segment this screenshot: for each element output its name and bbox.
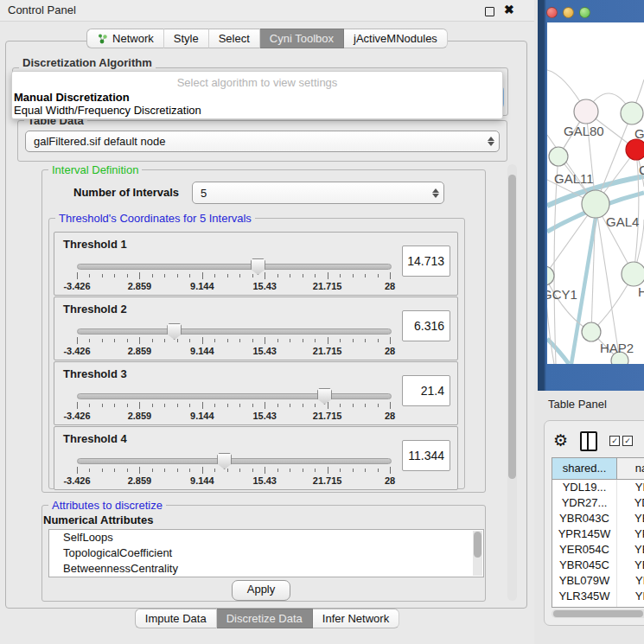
table-cell[interactable]: YBR0 [617, 558, 644, 573]
intervals-combo[interactable]: 5 [192, 182, 444, 204]
panel-scrollbar-thumb[interactable] [508, 175, 516, 479]
table-cell[interactable]: YBL0 [617, 573, 644, 589]
numerical-attributes-list[interactable]: SelfLoopsTopologicalCoefficientBetweenne… [48, 529, 484, 577]
dropdown-option-manual[interactable]: Manual Discretization [14, 91, 130, 104]
table-cell[interactable]: YIL0 [617, 604, 644, 608]
table-cell[interactable]: YER054C [552, 542, 617, 558]
table-row[interactable]: YER054CYER0 [552, 542, 644, 558]
table-cell[interactable]: YPR1 [617, 526, 644, 542]
table-data-combo[interactable]: galFiltered.sif default node [25, 131, 500, 152]
slider-tick-labels: -3.4262.8599.14415.4321.71528 [77, 346, 390, 356]
tick-mark [365, 469, 366, 472]
node-gal11[interactable] [549, 147, 568, 166]
table-hscrollbar[interactable] [552, 609, 644, 618]
table-cell[interactable]: YLR3 [617, 589, 644, 604]
nodes[interactable] [547, 99, 644, 364]
table-cell[interactable]: YDR27... [552, 495, 617, 511]
table-row[interactable]: YDL19...YDL1 [552, 480, 644, 495]
table-row[interactable]: YBR045CYBR0 [552, 558, 644, 573]
table-cell[interactable]: YBR0 [617, 511, 644, 526]
table-cell[interactable]: YDL19... [552, 480, 617, 495]
panel-scrollbar[interactable] [507, 164, 517, 601]
tick-mark [127, 404, 128, 407]
table-row[interactable]: YBL079WYBL0 [552, 573, 644, 589]
bottom-tab-impute-data[interactable]: Impute Data [135, 609, 217, 628]
threshold-slider[interactable]: -3.4262.8599.14415.4321.71528 [77, 258, 390, 293]
threshold-slider[interactable]: -3.4262.8599.14415.4321.71528 [77, 453, 390, 488]
attribute-item[interactable]: TopologicalCoefficient [49, 545, 483, 561]
node-gcy1[interactable] [547, 266, 554, 285]
close-icon[interactable]: ✖ [504, 3, 514, 16]
tick-label: 21.715 [313, 411, 342, 421]
column-header[interactable]: name [617, 458, 644, 479]
bottom-tab-discretize-data[interactable]: Discretize Data [217, 609, 313, 628]
tick-label: 15.43 [252, 346, 277, 356]
node-hap2[interactable] [582, 322, 601, 341]
zoom-traffic-icon[interactable] [579, 7, 590, 18]
node-table[interactable]: shared...nameYDL19...YDL1YDR27...YDR2YBR… [552, 457, 644, 608]
float-window-icon[interactable] [485, 7, 494, 16]
table-cell[interactable]: YBR045C [552, 558, 617, 573]
table-row[interactable]: YDR27...YDR2 [552, 495, 644, 511]
minimize-traffic-icon[interactable] [563, 7, 574, 18]
slider-track[interactable] [77, 328, 392, 335]
table-hscrollbar-thumb[interactable] [553, 610, 643, 617]
tab-style[interactable]: Style [164, 29, 209, 48]
table-row[interactable]: YIL052CYIL0 [552, 604, 644, 608]
combo-stepper-icon [428, 188, 443, 198]
attribute-item[interactable]: BetweennessCentrality [49, 561, 483, 577]
table-cell[interactable]: YIL052C [552, 604, 617, 608]
threshold-value-box[interactable]: 6.316 [402, 310, 450, 341]
close-traffic-icon[interactable] [546, 7, 558, 18]
slider-track[interactable] [77, 458, 392, 464]
gear-icon[interactable]: ⚙ [553, 432, 568, 450]
network-view-window[interactable]: GAL80 GA C GAL11 GAL4 GCY1 H HAP2 [538, 0, 644, 391]
table-cell[interactable]: YLR345W [552, 589, 617, 604]
tick-label: 21.715 [313, 281, 342, 291]
slider-track[interactable] [77, 393, 392, 399]
tick-mark [265, 402, 265, 409]
tick-mark [303, 339, 303, 342]
list-scrollbar-thumb[interactable] [474, 532, 481, 558]
tick-label: 15.43 [252, 281, 277, 291]
tick-mark [89, 274, 90, 277]
checkbox-icon[interactable]: ✓ [622, 436, 633, 446]
slider-track[interactable] [77, 264, 392, 270]
tick-mark [390, 272, 391, 279]
tick-label: 21.715 [313, 475, 342, 486]
columns-icon[interactable] [580, 431, 597, 451]
threshold-value-box[interactable]: 21.4 [402, 375, 450, 406]
tab-cyni-toolbox[interactable]: Cyni Toolbox [260, 29, 344, 48]
node-top-right[interactable] [621, 102, 643, 124]
list-scrollbar[interactable] [473, 531, 482, 576]
checkbox-icon[interactable]: ✓ [609, 436, 620, 446]
tick-mark [252, 404, 253, 407]
attribute-item[interactable]: SelfLoops [49, 530, 483, 545]
table-row[interactable]: YBR043CYBR0 [552, 511, 644, 526]
tab-select[interactable]: Select [209, 29, 260, 48]
table-cell[interactable]: YPR145W [552, 526, 617, 542]
table-cell[interactable]: YBL079W [552, 573, 617, 589]
table-row[interactable]: YPR145WYPR1 [552, 526, 644, 542]
tab-jactivemnodules[interactable]: jActiveMNodules [344, 29, 448, 48]
table-row[interactable]: YLR345WYLR3 [552, 589, 644, 604]
threshold-slider[interactable]: -3.4262.8599.14415.4321.71528 [77, 388, 390, 423]
dropdown-option-equal-width[interactable]: Equal Width/Frequency Discretization [14, 104, 201, 117]
table-cell[interactable]: YDR2 [617, 495, 644, 511]
node-gal80[interactable] [574, 99, 598, 124]
apply-button[interactable]: Apply [232, 580, 290, 601]
table-cell[interactable]: YER0 [617, 542, 644, 558]
threshold-value-box[interactable]: 14.713 [402, 245, 450, 277]
node-right-mid[interactable] [622, 262, 644, 286]
table-cell[interactable]: YDL1 [617, 480, 644, 495]
threshold-slider[interactable]: -3.4262.8599.14415.4321.71528 [77, 323, 390, 358]
bottom-tab-infer-network[interactable]: Infer Network [313, 609, 399, 628]
tab-network[interactable]: Network [86, 29, 164, 48]
thresholds-group-title: Threshold's Coordinates for 5 Intervals [55, 212, 255, 225]
threshold-value-box[interactable]: 11.344 [402, 440, 450, 471]
column-header[interactable]: shared... [552, 458, 617, 479]
threshold-panel-1: Threshold 1 -3.4262.8599.14415.4321.7152… [54, 232, 458, 296]
table-cell[interactable]: YBR043C [552, 511, 617, 526]
network-canvas[interactable]: GAL80 GA C GAL11 GAL4 GCY1 H HAP2 [547, 22, 644, 364]
node-red[interactable] [626, 139, 644, 160]
